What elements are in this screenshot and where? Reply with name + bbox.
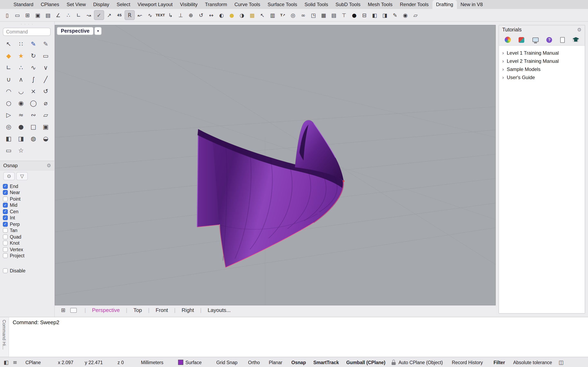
disclosure-chevron-icon[interactable]: › [502,75,505,80]
viewport-tab[interactable]: Layouts... [194,307,231,313]
osnap-option[interactable]: End [3,183,52,189]
open-document-icon[interactable]: ▭ [12,10,22,20]
text-arrow-icon[interactable]: T↗ [278,10,288,20]
command-prompt[interactable]: Command: Sweep2 [9,317,588,357]
sphere-icon[interactable]: ◒ [40,133,52,144]
grid-table-icon[interactable]: ▦ [319,10,329,20]
clipping-box-icon[interactable]: ◳ [308,10,319,20]
help-icon[interactable] [546,37,552,43]
single-view-icon[interactable] [70,308,77,313]
osnap-option[interactable]: Int [3,215,52,221]
curve-flow-icon[interactable]: ↝ [84,10,94,20]
viewport-tab[interactable]: Perspective [78,307,120,313]
import-icon[interactable]: ▣ [33,10,43,20]
status-item[interactable]: y 22.471 [85,360,103,365]
osnap-filter-icon[interactable]: ▽ [16,172,28,180]
checkbox[interactable] [3,203,8,208]
curve-check-icon[interactable]: ✓ [94,10,104,20]
zoom-text-icon[interactable]: ◎ [288,10,298,20]
pane-toggle-icon[interactable]: ◧ [4,359,9,365]
four-view-icon[interactable]: ⊞ [60,307,67,313]
control-points-icon[interactable]: ∷ [15,39,27,49]
checkbox[interactable] [3,253,8,258]
panel-toggle-icon[interactable]: ◫ [559,359,564,365]
status-item[interactable]: z 0 [118,360,124,365]
leader-text-icon[interactable]: ↳ [165,10,176,20]
status-item[interactable]: Osnap [291,360,306,365]
u-curve-icon[interactable]: ∪ [2,74,15,85]
viewport-title[interactable]: Perspective [57,27,94,35]
undo-curve-icon[interactable]: ↺ [196,10,206,20]
osnap-option[interactable]: Perp [3,221,52,227]
menu-tab[interactable]: Surface Tools [264,0,301,9]
checkbox[interactable] [3,190,8,195]
checkbox[interactable] [3,209,8,214]
menu-tab[interactable]: CPlanes [37,0,63,9]
spark-icon[interactable]: ★ [15,50,27,61]
osnap-option[interactable]: Mid [3,202,52,208]
box-left-icon[interactable]: ◧ [2,133,15,144]
draw-pen-alt-icon[interactable]: ✎ [40,39,52,49]
plugin-icon[interactable]: ◆ [2,50,15,61]
shear-icon[interactable]: ▱ [40,110,52,120]
checkbox[interactable] [3,234,8,239]
menu-tab[interactable]: Solid Tools [301,0,332,9]
menu-tab[interactable]: Set View [63,0,89,9]
polyline-points-icon[interactable]: ∴ [63,10,73,20]
sphere-grid-icon[interactable]: ◍ [27,133,40,144]
status-item[interactable]: Millimeters [141,360,163,365]
torus-icon[interactable]: ◎ [2,122,15,132]
menu-tab[interactable]: Viewport Layout [134,0,176,9]
list-view-icon[interactable]: ▤ [329,10,339,20]
menu-tab[interactable]: Render Tools [396,0,432,9]
clipboard-box-icon[interactable]: ◨ [380,10,390,20]
osnap-option[interactable]: Project [3,253,52,259]
command-history-tab[interactable]: Command Hi... [0,317,9,357]
chevron-down-icon[interactable]: ▾ [94,27,102,35]
osnap-option[interactable]: Point [3,196,52,202]
points-grid-icon[interactable]: ∴ [15,62,27,73]
viewport-tab[interactable]: Front [142,307,168,313]
status-item[interactable]: Auto CPlane (Object) [398,360,443,365]
hatch-alt-icon[interactable]: ◑ [237,10,247,20]
checkbox[interactable] [3,184,8,189]
ruler-icon[interactable]: ⊤ [339,10,349,20]
lens-icon[interactable]: ∞ [298,10,308,20]
viewport-tab[interactable]: Right [168,307,194,313]
menu-tab[interactable]: New in V8 [457,0,486,9]
line-icon[interactable]: ╱ [40,74,52,85]
v-curve-icon[interactable]: ∨ [40,62,52,73]
tree-item[interactable]: ›Sample Models [502,65,582,73]
linear-dimension-icon[interactable]: ↔ [206,10,216,20]
polyline-icon[interactable]: ∟ [2,62,15,73]
arc-start-icon[interactable]: ▷ [2,110,15,120]
draft-pen-icon[interactable]: ✎ [390,10,400,20]
menu-tab[interactable]: SubD Tools [332,0,364,9]
osnap-option[interactable]: Vertex [3,246,52,253]
palette-drag-handle[interactable]: ∙ ∙ ∙ ∙ [0,22,54,26]
rhino-logo-icon[interactable] [505,37,511,43]
arc-up-icon[interactable]: ◠ [2,86,15,97]
curve-handles-icon[interactable]: ∿ [27,62,40,73]
surface-patch-icon[interactable]: ● [227,10,237,20]
draw-pen-icon[interactable]: ✎ [27,39,40,49]
star-icon[interactable]: ☆ [15,145,27,156]
checkbox[interactable] [3,197,8,201]
status-item[interactable]: CPlane [25,360,41,365]
circle-icon[interactable]: ○ [2,98,15,108]
checkbox[interactable] [3,228,8,233]
trim-icon[interactable]: × [27,86,40,97]
osnap-option[interactable]: Cen [3,208,52,215]
viewport-tab[interactable]: Top [120,307,142,313]
osnap-option[interactable]: Knot [3,240,52,246]
rectangle-icon[interactable]: ▭ [40,50,52,61]
checkbox[interactable] [3,247,8,252]
curve-back-icon[interactable]: ↜ [135,10,145,20]
gear-icon[interactable]: ⚙ [577,27,581,33]
osnap-option[interactable]: Near [3,189,52,196]
diameter-icon[interactable]: ⌀ [40,98,52,108]
status-item[interactable]: Ortho [248,360,260,365]
angle-dimension-icon[interactable]: ⊥ [176,10,186,20]
menu-tab[interactable]: Visibility [176,0,201,9]
move-control-icon[interactable]: ↖ [257,10,268,20]
